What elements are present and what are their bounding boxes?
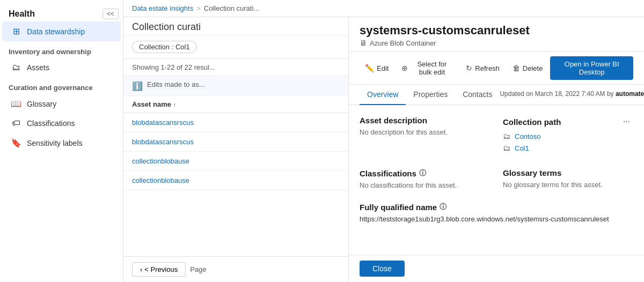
collection-path-link-2[interactable]: Col1 <box>515 144 529 152</box>
bulk-edit-icon: ⊕ <box>401 64 408 72</box>
content-area: Collection curati Collection : Col1 Show… <box>123 17 644 282</box>
asset-description-section: Asset description No description for thi… <box>360 116 490 155</box>
detail-header: systemsrs-customscanruleset 🖥 Azure Blob… <box>349 17 644 52</box>
notice-text: Edits made to as... <box>147 80 205 88</box>
asset-link-1[interactable]: blobdatascansrscus <box>132 118 194 127</box>
edit-icon: ✏️ <box>365 64 374 72</box>
asset-link-4[interactable]: collectionblobause <box>132 176 189 184</box>
select-bulk-label: Select for bulk edit <box>411 60 453 76</box>
delete-icon: 🗑 <box>513 64 520 72</box>
sort-icon[interactable]: ↑ <box>173 101 177 108</box>
column-headers: Asset name ↑ <box>123 96 348 113</box>
breadcrumb-current: Collection curati... <box>204 4 259 12</box>
page-label: Page <box>190 265 206 273</box>
open-in-power-bi-button[interactable]: Open in Power BI Desktop <box>550 56 633 80</box>
list-toolbar: Collection : Col1 <box>123 35 348 59</box>
sidebar: Health << ⊞ Data stewardship Inventory a… <box>0 0 123 282</box>
sidebar-item-sensitivity-labels[interactable]: 🔖 Sensitivity labels <box>2 133 121 153</box>
edit-button[interactable]: ✏️ Edit <box>360 61 394 75</box>
detail-type: Azure Blob Container <box>370 39 436 47</box>
detail-toolbar: ✏️ Edit ⊕ Select for bulk edit ↻ Refresh… <box>349 52 644 85</box>
collection-badge[interactable]: Collection : Col1 <box>132 41 197 53</box>
collection-path-icon-2: 🗂 <box>503 144 510 152</box>
fqn-info-icon: ⓘ <box>440 202 447 212</box>
refresh-button[interactable]: ↻ Refresh <box>460 61 505 75</box>
refresh-label: Refresh <box>475 64 500 72</box>
detail-footer: Close <box>349 255 644 282</box>
sensitivity-labels-icon: 🔖 <box>11 138 21 148</box>
asset-link-2[interactable]: blobdatascansrscus <box>132 138 194 146</box>
list-item[interactable]: collectionblobause <box>123 171 348 190</box>
collection-path-link-1[interactable]: Contoso <box>515 132 540 140</box>
page-title: Collection curati <box>132 21 340 33</box>
detail-tabs: Overview Properties Contacts Updated on … <box>349 85 644 105</box>
refresh-icon: ↻ <box>466 64 472 72</box>
updated-text: Updated on March 18, 2022 7:40 AM by <box>500 90 613 98</box>
col-header-asset-name: Asset name <box>132 100 171 108</box>
select-bulk-edit-button[interactable]: ⊕ Select for bulk edit <box>396 57 458 79</box>
tab-contacts[interactable]: Contacts <box>455 85 500 105</box>
result-count: Showing 1-22 of 22 resul... <box>123 59 348 76</box>
pagination: ‹ < Previous Page <box>123 256 348 282</box>
collection-path-item-1: 🗂 Contoso <box>503 132 633 140</box>
breadcrumb: Data estate insights > Collection curati… <box>123 0 644 17</box>
breadcrumb-sep: > <box>196 4 201 12</box>
notice-info-icon: ℹ️ <box>132 81 143 91</box>
updated-info: Updated on March 18, 2022 7:40 AM by aut… <box>500 85 644 105</box>
list-item[interactable]: blobdatascansrscus <box>123 113 348 132</box>
sidebar-group-inventory: Inventory and ownership <box>0 41 123 58</box>
classifications-content: No classifications for this asset. <box>360 181 490 189</box>
main-area: Data estate insights > Collection curati… <box>123 0 644 282</box>
assets-icon: 🗂 <box>11 63 21 72</box>
sidebar-item-classifications[interactable]: 🏷 Classifications <box>2 114 121 133</box>
asset-list: blobdatascansrscus blobdatascansrscus co… <box>123 113 348 256</box>
sidebar-item-data-stewardship[interactable]: ⊞ Data stewardship <box>2 21 121 41</box>
sidebar-group-curation: Curation and governance <box>0 77 123 94</box>
classifications-info-icon: ⓘ <box>419 168 426 178</box>
asset-description-content: No description for this asset. <box>360 128 490 136</box>
collection-path-title: Collection path <box>503 117 561 127</box>
list-notice: ℹ️ Edits made to as... <box>123 76 348 96</box>
detail-title: systemsrs-customscanruleset <box>360 24 633 38</box>
previous-button[interactable]: ‹ < Previous <box>132 262 186 277</box>
collection-path-header: Collection path ··· <box>503 116 633 128</box>
fqn-section: Fully qualified name ⓘ https://teststora… <box>360 202 633 223</box>
updated-by: automated scan <box>616 90 644 98</box>
sidebar-item-assets[interactable]: 🗂 Assets <box>2 58 121 77</box>
collection-path-icon-1: 🗂 <box>503 132 510 140</box>
list-panel: Collection curati Collection : Col1 Show… <box>123 17 349 282</box>
detail-subtitle: 🖥 Azure Blob Container <box>360 39 633 47</box>
previous-label: < Previous <box>144 265 178 273</box>
sidebar-item-glossary[interactable]: 📖 Glossary <box>2 94 121 114</box>
data-stewardship-icon: ⊞ <box>11 26 21 36</box>
collection-path-more-button[interactable]: ··· <box>620 116 633 128</box>
detail-body: Asset description No description for thi… <box>349 105 644 255</box>
breadcrumb-link-1[interactable]: Data estate insights <box>132 4 193 12</box>
delete-button[interactable]: 🗑 Delete <box>507 61 548 75</box>
collapse-sidebar-button[interactable]: << <box>103 9 119 19</box>
collection-path-item-2: 🗂 Col1 <box>503 144 633 152</box>
classifications-section: Classifications ⓘ No classifications for… <box>360 168 490 189</box>
list-item[interactable]: blobdatascansrscus <box>123 132 348 152</box>
edit-label: Edit <box>377 64 389 72</box>
glossary-icon: 📖 <box>11 99 21 109</box>
detail-panel: systemsrs-customscanruleset 🖥 Azure Blob… <box>349 17 644 282</box>
glossary-terms-section: Glossary terms No glossary terms for thi… <box>503 168 633 189</box>
tab-properties[interactable]: Properties <box>406 85 455 105</box>
prev-chevron-icon: ‹ <box>140 265 142 273</box>
close-button[interactable]: Close <box>360 261 405 277</box>
fqn-title: Fully qualified name ⓘ <box>360 202 633 212</box>
fqn-url: https://teststorage1sub1rg3.blob.core.wi… <box>360 215 633 223</box>
glossary-terms-title: Glossary terms <box>503 168 633 177</box>
asset-description-title: Asset description <box>360 116 490 125</box>
classifications-title: Classifications ⓘ <box>360 168 490 178</box>
sidebar-top-section: Health <box>9 9 35 19</box>
list-item[interactable]: collectionblobause <box>123 152 348 171</box>
glossary-terms-content: No glossary terms for this asset. <box>503 181 633 189</box>
delete-label: Delete <box>523 64 543 72</box>
collection-path-section: Collection path ··· 🗂 Contoso 🗂 Col1 <box>503 116 633 155</box>
blob-container-icon: 🖥 <box>360 39 367 47</box>
classifications-icon: 🏷 <box>11 118 21 128</box>
tab-overview[interactable]: Overview <box>360 85 406 105</box>
asset-link-3[interactable]: collectionblobause <box>132 157 189 165</box>
